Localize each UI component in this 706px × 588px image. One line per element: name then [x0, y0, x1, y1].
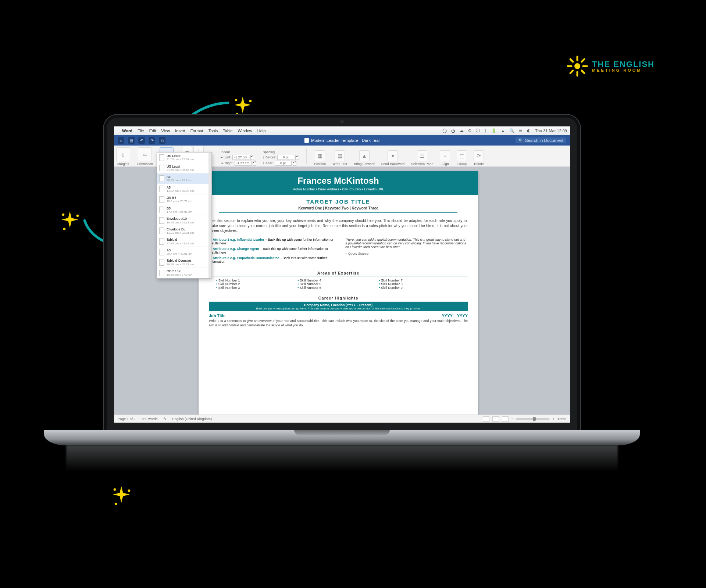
- battery-icon[interactable]: 🔋: [491, 128, 496, 133]
- menubar-extra-icon[interactable]: ☁︎: [460, 128, 464, 133]
- siri-icon[interactable]: ◐: [527, 128, 531, 133]
- label-spacing: Spacing: [263, 150, 275, 154]
- company-header: Company Name, Location (YYYY – Present) …: [209, 302, 468, 311]
- view-web-button[interactable]: [502, 416, 509, 422]
- bring-forward-button[interactable]: ▲: [359, 150, 370, 161]
- menu-table[interactable]: Table: [223, 129, 232, 133]
- spacing-after-input[interactable]: 0 pt: [275, 161, 292, 166]
- skill-item: Skill Number 8: [379, 282, 460, 286]
- menu-edit[interactable]: Edit: [149, 129, 156, 133]
- qat-undo-icon[interactable]: ↶: [138, 137, 145, 144]
- page-size-option[interactable]: A420.99 cm x 29.7 cm: [157, 173, 211, 184]
- page-icon: [159, 249, 164, 255]
- align-button[interactable]: ≡: [440, 150, 450, 161]
- skill-item: Skill Number 5: [297, 282, 379, 286]
- menu-file[interactable]: File: [138, 129, 144, 133]
- skill-item: Skill Number 7: [379, 279, 460, 282]
- page-size-option[interactable]: US Legal21.59 cm x 35.56 cm: [157, 163, 211, 174]
- career-header: Career Highlights: [209, 295, 468, 301]
- stepper[interactable]: ▴▾: [253, 161, 256, 166]
- indent-left-input[interactable]: -1.27 cm: [232, 155, 249, 160]
- page-icon: [159, 207, 164, 213]
- search-in-document[interactable]: Search in Document: [516, 137, 566, 143]
- page-icon: [159, 154, 164, 161]
- resume-header: Frances McKintosh Mobile Number • Email …: [199, 171, 478, 195]
- page-icon: [159, 196, 164, 203]
- send-backward-button[interactable]: ▼: [388, 150, 398, 161]
- zoom-out-button[interactable]: −: [511, 417, 514, 421]
- page-size-option[interactable]: JIS B518.2 cm x 25.71 cm: [157, 194, 211, 205]
- spacing-before-input[interactable]: 0 pt: [277, 155, 294, 160]
- sun-icon: [566, 55, 588, 77]
- page-size-option[interactable]: Envelope #1010.48 cm x 24.13 cm: [157, 215, 211, 226]
- status-proofing-icon[interactable]: ✎: [163, 417, 166, 421]
- document-page[interactable]: Frances McKintosh Mobile Number • Email …: [199, 171, 478, 415]
- menubar-extra-icon[interactable]: ⓘ: [476, 128, 480, 133]
- zoom-in-button[interactable]: +: [552, 417, 555, 421]
- document-title: Modern Leader Template - Dark Teal: [304, 138, 379, 143]
- page-size-menu[interactable]: US Letter21.59 cm x 27.94 cmUS Legal21.5…: [157, 152, 212, 279]
- home-icon[interactable]: ⌂: [118, 137, 124, 144]
- wrap-text-button[interactable]: ▤: [335, 150, 345, 161]
- page-icon: [159, 259, 164, 266]
- search-icon[interactable]: 🔍: [509, 128, 514, 133]
- page-size-option[interactable]: Tabloid Oversize30.48 cm x 45.71 cm: [157, 257, 211, 268]
- stepper[interactable]: ▴▾: [250, 155, 254, 160]
- menubar-extra-icon[interactable]: ⏻: [451, 129, 455, 133]
- app-name[interactable]: Word: [122, 129, 132, 133]
- svg-line-7: [582, 59, 584, 62]
- orientation-button[interactable]: ▭: [138, 147, 152, 161]
- brand-line2: MEETING ROOM: [592, 68, 655, 73]
- page-size-option[interactable]: A514.82 cm x 20.99 cm: [157, 184, 211, 195]
- position-button[interactable]: ▦: [315, 150, 325, 161]
- label-orientation: Orientation: [137, 162, 153, 166]
- page-size-option[interactable]: US Letter21.59 cm x 27.94 cm: [157, 153, 211, 163]
- qat-save-icon[interactable]: ▤: [128, 137, 135, 144]
- status-language[interactable]: English (United Kingdom): [172, 417, 212, 421]
- margins-button[interactable]: ▯: [116, 147, 130, 161]
- page-icon: [159, 175, 164, 182]
- status-words[interactable]: 759 words: [142, 417, 158, 421]
- mac-menubar[interactable]: Word File Edit View Insert Format Tools …: [114, 126, 570, 135]
- wifi-icon[interactable]: ▲: [501, 129, 505, 133]
- resume-contact: Mobile Number • Email Address • City, Co…: [202, 187, 475, 191]
- menubar-extra-icon[interactable]: ◯: [442, 128, 447, 133]
- skill-item: Skill Number 2: [216, 282, 297, 286]
- menubar-datetime[interactable]: Thu 31 Mar 12:09: [535, 129, 567, 133]
- label-indent: Indent: [221, 150, 230, 154]
- view-readmode-button[interactable]: [483, 416, 489, 422]
- laptop-base: [44, 430, 640, 445]
- stepper[interactable]: ▴▾: [295, 155, 299, 160]
- page-size-option[interactable]: Envelope DL11.01 cm x 22.01 cm: [157, 226, 211, 237]
- group-button[interactable]: ⬚: [457, 150, 467, 161]
- menu-insert[interactable]: Insert: [175, 129, 185, 133]
- skill-item: Skill Number 9: [379, 286, 460, 290]
- rotate-button[interactable]: ⟳: [474, 150, 484, 161]
- english-meeting-room-logo: THE ENGLISH MEETING ROOM: [566, 55, 655, 77]
- menu-window[interactable]: Window: [238, 129, 252, 133]
- page-size-option[interactable]: B517.6 cm x 25.01 cm: [157, 205, 211, 216]
- attribute-item: Attribute 2 e.g. Change Agent – Back thi…: [209, 247, 337, 254]
- menu-tools[interactable]: Tools: [208, 129, 218, 133]
- menu-help[interactable]: Help: [257, 129, 266, 133]
- menu-view[interactable]: View: [161, 129, 170, 133]
- page-size-option[interactable]: ROC 16K19.68 cm x 27.3 cm: [157, 268, 211, 279]
- stepper[interactable]: ▴▾: [293, 161, 296, 166]
- menu-format[interactable]: Format: [190, 129, 203, 133]
- page-size-option[interactable]: Tabloid27.94 cm x 43.18 cm: [157, 236, 211, 247]
- indent-right-input[interactable]: -1.27 cm: [235, 161, 252, 166]
- view-print-button[interactable]: [492, 416, 499, 422]
- selection-pane-button[interactable]: ☰: [417, 150, 427, 161]
- zoom-value[interactable]: 125%: [557, 417, 566, 421]
- menubar-extra-icon[interactable]: ⊙: [468, 128, 471, 133]
- laptop-frame: Word File Edit View Insert Format Tools …: [103, 114, 581, 434]
- page-size-option[interactable]: A329.7 cm x 42.01 cm: [157, 247, 211, 258]
- bluetooth-icon[interactable]: ᛒ: [484, 129, 487, 133]
- zoom-slider[interactable]: [516, 418, 549, 420]
- qat-redo-icon[interactable]: ↷: [149, 137, 155, 144]
- qat-print-icon[interactable]: ⎙: [159, 137, 165, 144]
- status-page[interactable]: Page 1 of 2: [118, 417, 136, 421]
- page-icon: [159, 238, 164, 245]
- page-icon: [159, 186, 164, 192]
- control-center-icon[interactable]: ☰: [519, 128, 523, 133]
